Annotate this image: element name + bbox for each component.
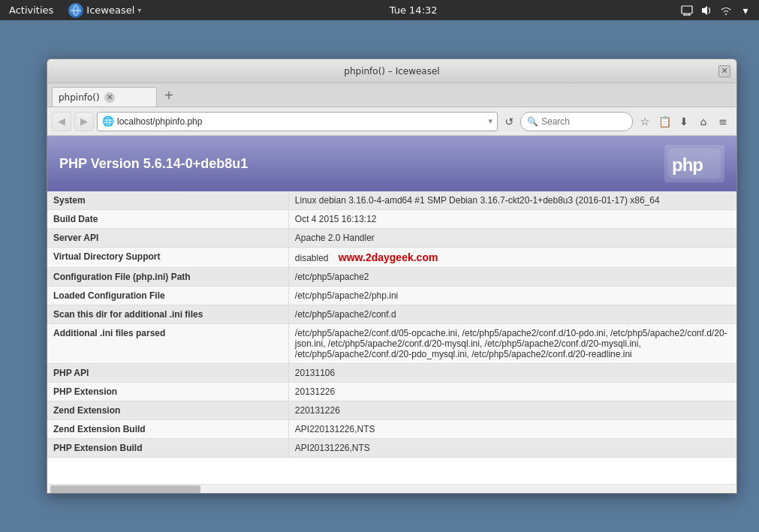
row-key: Additional .ini files parsed [47,324,288,364]
row-value: 20131226 [288,383,736,401]
php-version: PHP Version 5.6.14-0+deb8u1 [59,156,248,172]
row-key: PHP Extension Build [47,439,288,458]
close-button[interactable]: ✕ [718,65,730,77]
network-icon[interactable] [718,3,733,18]
php-logo: php [664,145,724,182]
window-title: phpinfo() – Iceweasel [65,66,718,77]
download-button[interactable]: ⬇ [675,112,693,131]
row-key: Loaded Configuration File [47,287,288,305]
refresh-button[interactable]: ↺ [501,112,517,131]
row-value: Oct 4 2015 16:13:12 [288,210,736,229]
nav-bar: ◀ ▶ 🌐 ▾ ↺ 🔍 ☆ 📋 ⬇ ⌂ ≡ [47,107,736,136]
search-input[interactable] [541,116,616,127]
app-menu[interactable]: Iceweasel ▾ [62,0,147,20]
back-button[interactable]: ◀ [52,112,71,131]
title-bar: phpinfo() – Iceweasel ✕ [47,59,736,83]
topbar: Activities Iceweasel ▾ Tue 14:32 [0,0,759,20]
table-row: Virtual Directory Supportdisabled www.2d… [47,248,736,268]
browser-tab[interactable]: phpinfo() ✕ [52,87,157,107]
activities-button[interactable]: Activities [0,0,62,20]
menu-button[interactable]: ≡ [714,112,732,131]
app-name-label: Iceweasel [86,5,134,16]
browser-window: phpinfo() – Iceweasel ✕ phpinfo() ✕ + ◀ … [47,59,737,494]
nav-right-buttons: ☆ 📋 ⬇ ⌂ ≡ [636,112,732,131]
topbar-right: ▾ [679,3,759,18]
svg-rect-3 [682,6,692,14]
table-row: Zend Extension220131226 [47,401,736,420]
row-key: PHP Extension [47,383,288,401]
watermark: www.2daygeek.com [339,251,438,263]
row-key: Zend Extension Build [47,420,288,439]
row-value: /etc/php5/apache2/conf.d [288,305,736,324]
row-value: /etc/php5/apache2 [288,268,736,287]
forward-button[interactable]: ▶ [74,112,94,131]
row-key: Scan this dir for additional .ini files [47,305,288,324]
globe-icon: 🌐 [102,116,114,127]
table-row: Zend Extension BuildAPI220131226,NTS [47,420,736,439]
h-scrollbar-thumb[interactable] [50,485,200,493]
row-key: PHP API [47,364,288,383]
table-row: SystemLinux debian 3.16.0-4-amd64 #1 SMP… [47,191,736,210]
row-value: API20131226,NTS [288,439,736,458]
volume-icon[interactable] [699,3,714,18]
clock-time: Tue 14:32 [390,5,438,16]
row-value: API220131226,NTS [288,420,736,439]
row-value: Apache 2.0 Handler [288,229,736,248]
table-row: Configuration File (php.ini) Path/etc/ph… [47,268,736,287]
horizontal-scrollbar[interactable] [47,484,736,493]
row-value: /etc/php5/apache2/php.ini [288,287,736,305]
power-icon[interactable]: ▾ [738,3,753,18]
table-row: Server APIApache 2.0 Handler [47,229,736,248]
bookmark-list-button[interactable]: 📋 [655,112,673,131]
clock: Tue 14:32 [390,5,438,16]
bookmark-star-button[interactable]: ☆ [636,112,654,131]
app-menu-arrow: ▾ [137,6,141,14]
content-area[interactable]: PHP Version 5.6.14-0+deb8u1 php SystemLi… [47,136,736,484]
desktop: phpinfo() – Iceweasel ✕ phpinfo() ✕ + ◀ … [0,20,759,532]
address-dropdown-icon[interactable]: ▾ [488,116,492,126]
table-row: PHP Extension20131226 [47,383,736,401]
php-header: PHP Version 5.6.14-0+deb8u1 php [47,136,736,191]
svg-marker-7 [702,6,707,15]
svg-text:php: php [672,155,703,175]
info-table: SystemLinux debian 3.16.0-4-amd64 #1 SMP… [47,191,736,458]
table-row: Build DateOct 4 2015 16:13:12 [47,210,736,229]
new-tab-button[interactable]: + [160,86,178,104]
address-input[interactable] [117,116,485,127]
app-icon [68,3,83,18]
row-key: Configuration File (php.ini) Path [47,268,288,287]
topbar-left: Activities Iceweasel ▾ [0,0,147,20]
tab-bar: phpinfo() ✕ + [47,83,736,107]
table-row: PHP API20131106 [47,364,736,383]
address-bar[interactable]: 🌐 ▾ [97,112,498,131]
search-icon: 🔍 [527,116,538,127]
search-bar[interactable]: 🔍 [520,112,633,131]
row-value: 220131226 [288,401,736,420]
table-row: PHP Extension BuildAPI20131226,NTS [47,439,736,458]
tab-label: phpinfo() [59,92,100,103]
row-value: disabled www.2daygeek.com [288,248,736,268]
row-key: Zend Extension [47,401,288,420]
row-key: Server API [47,229,288,248]
table-row: Scan this dir for additional .ini files/… [47,305,736,324]
row-key: Build Date [47,210,288,229]
table-row: Additional .ini files parsed/etc/php5/ap… [47,324,736,364]
row-key: System [47,191,288,210]
tab-close-button[interactable]: ✕ [104,92,115,103]
home-button[interactable]: ⌂ [694,112,712,131]
activities-label: Activities [9,5,53,16]
screen-icon[interactable] [679,3,694,18]
row-value: 20131106 [288,364,736,383]
table-row: Loaded Configuration File/etc/php5/apach… [47,287,736,305]
row-key: Virtual Directory Support [47,248,288,268]
phpinfo-page: PHP Version 5.6.14-0+deb8u1 php SystemLi… [47,136,736,458]
row-value: Linux debian 3.16.0-4-amd64 #1 SMP Debia… [288,191,736,210]
row-value: /etc/php5/apache2/conf.d/05-opcache.ini,… [288,324,736,364]
